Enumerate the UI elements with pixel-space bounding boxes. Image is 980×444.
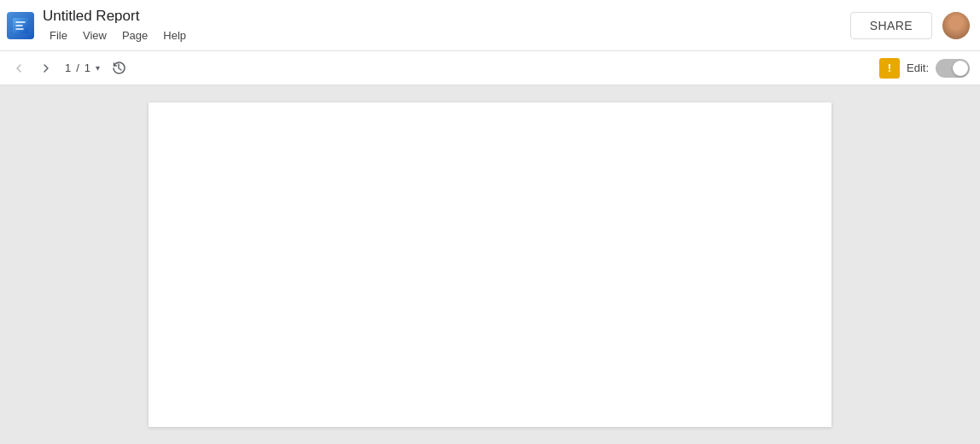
prev-page-button[interactable] (7, 56, 31, 80)
menu-bar: File View Page Help (43, 27, 193, 44)
top-bar-right: SHARE (850, 12, 970, 39)
nav-bar-left: 1 / 1 ▾ (7, 56, 131, 80)
current-page: 1 (65, 61, 71, 74)
menu-view[interactable]: View (76, 27, 114, 44)
chevron-down-icon: ▾ (96, 63, 100, 73)
top-bar-left: Untitled Report File View Page Help (7, 7, 193, 44)
page-indicator[interactable]: 1 / 1 ▾ (61, 61, 103, 74)
history-button[interactable] (107, 56, 131, 80)
title-menu: Untitled Report File View Page Help (43, 7, 193, 44)
avatar-image (942, 12, 970, 39)
app-logo[interactable] (7, 12, 34, 39)
toggle-knob (953, 61, 968, 76)
doc-title[interactable]: Untitled Report (43, 7, 193, 26)
nav-bar-right: ! Edit: (879, 58, 970, 79)
menu-help[interactable]: Help (156, 27, 193, 44)
share-button[interactable]: SHARE (850, 12, 932, 39)
avatar[interactable] (942, 12, 970, 39)
next-page-button[interactable] (34, 56, 58, 80)
alert-icon[interactable]: ! (879, 58, 900, 79)
top-bar: Untitled Report File View Page Help SHAR… (0, 0, 980, 51)
menu-file[interactable]: File (43, 27, 74, 44)
page-canvas (149, 102, 831, 427)
canvas-area (0, 85, 980, 444)
edit-toggle[interactable] (936, 59, 970, 78)
page-separator: / (76, 61, 79, 74)
total-pages: 1 (85, 61, 90, 74)
menu-page[interactable]: Page (115, 27, 155, 44)
nav-bar: 1 / 1 ▾ ! Edit: (0, 51, 980, 85)
edit-label: Edit: (907, 61, 929, 74)
